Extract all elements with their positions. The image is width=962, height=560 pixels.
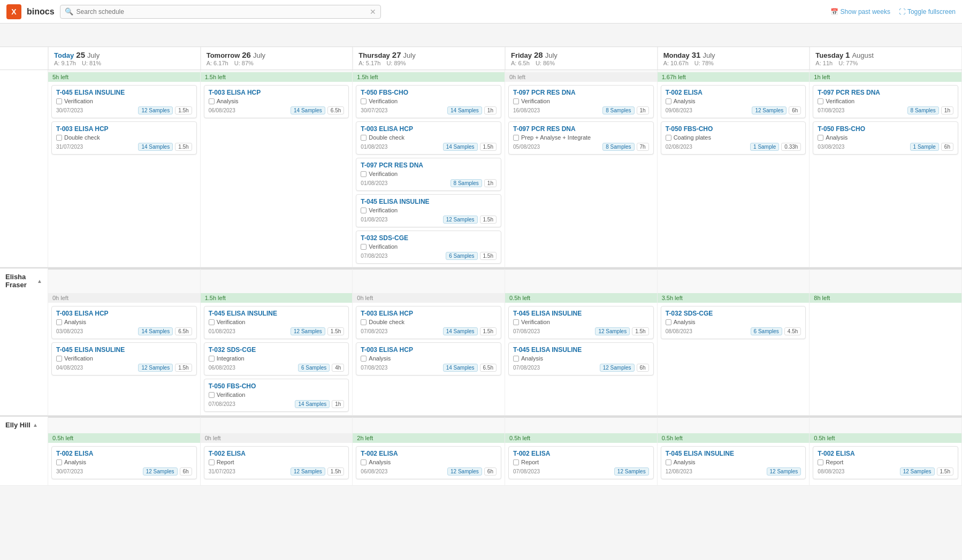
task-card-0-1-0[interactable]: T-003 ELISA HCP Analysis 06/08/2023 14 S… — [204, 85, 349, 118]
task-checkbox-1-1-2[interactable] — [209, 392, 215, 398]
toggle-fullscreen-btn[interactable]: ⛶ Toggle fullscreen — [899, 8, 956, 16]
task-card-0-5-0[interactable]: T-097 PCR RES DNA Verification 07/08/202… — [813, 85, 958, 118]
col-meta-today: A: 9.17h U: 81% — [54, 60, 195, 66]
avail-row-2: 0.5h left0h left2h left0.5h left0.5h lef… — [0, 433, 962, 443]
collapse-icon-1[interactable]: ▲ — [37, 278, 42, 284]
show-past-weeks-btn[interactable]: 📅 Show past weeks — [830, 8, 890, 16]
task-card-2-3-0[interactable]: T-002 ELISA Report 07/08/2023 12 Samples — [508, 446, 654, 479]
task-samples-0-5-1: 1 Sample — [910, 143, 939, 151]
col-title-tue: Tuesday 1 August — [815, 50, 956, 59]
task-checkbox-0-2-4[interactable] — [361, 244, 367, 250]
task-checkbox-0-2-0[interactable] — [361, 98, 367, 104]
task-card-0-2-0[interactable]: T-050 FBS-CHO Verification 30/07/2023 14… — [356, 85, 501, 118]
task-card-1-0-0[interactable]: T-003 ELISA HCP Analysis 03/08/2023 14 S… — [51, 306, 197, 339]
task-checkbox-0-0-1[interactable] — [56, 135, 62, 141]
task-card-1-2-1[interactable]: T-003 ELISA HCP Analysis 07/08/2023 14 S… — [356, 342, 501, 375]
task-samples-0-2-0: 14 Samples — [447, 106, 482, 114]
task-sub-label-0-0-0: Verification — [64, 98, 93, 104]
top-nav: X binocs 🔍 ✕ 📅 Show past weeks ⛶ Toggle … — [0, 0, 962, 24]
task-card-1-3-1[interactable]: T-045 ELISA INSULINE Analysis 07/08/2023… — [508, 342, 654, 375]
task-checkbox-0-1-0[interactable] — [209, 98, 215, 104]
task-checkbox-0-2-2[interactable] — [361, 171, 367, 177]
task-card-0-5-1[interactable]: T-050 FBS-CHO Analysis 03/08/2023 1 Samp… — [813, 121, 958, 155]
task-checkbox-1-0-1[interactable] — [56, 356, 62, 362]
task-checkbox-1-1-0[interactable] — [209, 319, 215, 325]
task-time-1-1-0: 1.5h — [327, 327, 344, 335]
task-card-2-1-0[interactable]: T-002 ELISA Report 31/07/2023 12 Samples… — [204, 446, 349, 479]
task-checkbox-0-0-0[interactable] — [56, 98, 62, 104]
task-checkbox-2-1-0[interactable] — [209, 459, 215, 465]
collapse-icon-2[interactable]: ▲ — [33, 422, 38, 428]
task-card-0-2-1[interactable]: T-003 ELISA HCP Double check 01/08/2023 … — [356, 121, 501, 155]
task-card-0-2-4[interactable]: T-032 SDS-CGE Verification 07/08/2023 6 … — [356, 231, 501, 264]
task-title-0-5-1: T-050 FBS-CHO — [818, 125, 953, 133]
person-label-spacer-2-4 — [658, 417, 810, 433]
task-title-0-4-1: T-050 FBS-CHO — [666, 125, 801, 133]
clear-icon[interactable]: ✕ — [370, 7, 376, 16]
task-checkbox-2-2-0[interactable] — [361, 459, 367, 465]
search-input[interactable] — [77, 8, 367, 16]
task-footer-0-0-1: 31/07/2023 14 Samples 1.5h — [56, 143, 192, 151]
task-checkbox-0-5-1[interactable] — [818, 135, 823, 141]
task-checkbox-0-4-0[interactable] — [666, 98, 671, 104]
task-time-1-3-0: 1.5h — [632, 327, 648, 335]
task-footer-2-5-0: 08/08/2023 12 Samples 1.5h — [818, 467, 953, 475]
task-samples-0-0-1: 14 Samples — [138, 143, 173, 151]
task-card-0-4-1[interactable]: T-050 FBS-CHO Coating plates 02/08/2023 … — [661, 121, 806, 155]
task-checkbox-2-4-0[interactable] — [666, 459, 671, 465]
task-sub-label-2-5-0: Report — [826, 459, 843, 465]
task-card-0-4-0[interactable]: T-002 ELISA Analysis 09/08/2023 12 Sampl… — [661, 85, 806, 118]
task-card-2-5-0[interactable]: T-002 ELISA Report 08/08/2023 12 Samples… — [813, 446, 958, 479]
col-meta-tomorrow: A: 6.17h U: 87% — [207, 60, 347, 66]
avail-bar-0-3: 0h left — [505, 72, 658, 82]
task-checkbox-1-3-1[interactable] — [513, 356, 519, 362]
person-label-2: Elly Hill ▲ — [0, 417, 48, 433]
task-card-1-4-0[interactable]: T-032 SDS-CGE Analysis 08/08/2023 6 Samp… — [661, 306, 806, 339]
task-sub-label-1-2-1: Analysis — [369, 355, 391, 362]
task-checkbox-0-2-1[interactable] — [361, 135, 367, 141]
task-date-0-2-0: 30/07/2023 — [361, 108, 387, 113]
task-card-1-1-2[interactable]: T-050 FBS-CHO Verification 07/08/2023 14… — [204, 379, 349, 412]
task-card-1-0-1[interactable]: T-045 ELISA INSULINE Verification 04/08/… — [51, 342, 197, 375]
task-sub-0-0-1: Double check — [56, 134, 192, 141]
task-card-2-0-0[interactable]: T-002 ELISA Analysis 30/07/2023 12 Sampl… — [51, 446, 197, 479]
task-checkbox-1-2-1[interactable] — [361, 356, 367, 362]
col-day-name-tue: Tuesday — [815, 51, 843, 59]
task-checkbox-2-3-0[interactable] — [513, 459, 519, 465]
task-card-1-2-0[interactable]: T-003 ELISA HCP Double check 07/08/2023 … — [356, 306, 501, 339]
task-card-1-1-1[interactable]: T-032 SDS-CGE Integration 06/08/2023 6 S… — [204, 342, 349, 375]
task-checkbox-0-4-1[interactable] — [666, 135, 671, 141]
task-sub-2-4-0: Analysis — [666, 459, 801, 465]
task-checkbox-1-4-0[interactable] — [666, 319, 671, 325]
task-card-1-1-0[interactable]: T-045 ELISA INSULINE Verification 01/08/… — [204, 306, 349, 339]
task-sub-label-1-4-0: Analysis — [674, 319, 696, 325]
task-checkbox-1-3-0[interactable] — [513, 319, 519, 325]
task-samples-0-2-4: 6 Samples — [446, 252, 477, 260]
task-title-1-0-1: T-045 ELISA INSULINE — [56, 346, 192, 354]
task-checkbox-0-5-0[interactable] — [818, 98, 823, 104]
task-checkbox-2-5-0[interactable] — [818, 459, 823, 465]
task-card-1-3-0[interactable]: T-045 ELISA INSULINE Verification 07/08/… — [508, 306, 654, 339]
task-card-0-3-1[interactable]: T-097 PCR RES DNA Prep + Analyse + Integ… — [508, 121, 654, 155]
task-checkbox-0-3-0[interactable] — [513, 98, 519, 104]
task-card-0-0-0[interactable]: T-045 ELISA INSULINE Verification 30/07/… — [51, 85, 197, 118]
task-checkbox-1-1-1[interactable] — [209, 356, 215, 362]
task-checkbox-1-0-0[interactable] — [56, 319, 62, 325]
task-checkbox-0-3-1[interactable] — [513, 135, 519, 141]
col-util-today: U: 81% — [82, 60, 101, 66]
task-checkbox-1-2-0[interactable] — [361, 319, 367, 325]
task-footer-1-3-0: 07/08/2023 12 Samples 1.5h — [513, 327, 649, 335]
task-card-2-4-0[interactable]: T-045 ELISA INSULINE Analysis 12/08/2023… — [661, 446, 806, 479]
task-card-0-0-1[interactable]: T-003 ELISA HCP Double check 31/07/2023 … — [51, 121, 197, 155]
task-checkbox-0-2-3[interactable] — [361, 208, 367, 213]
task-samples-1-2-1: 14 Samples — [443, 364, 478, 372]
task-card-0-3-0[interactable]: T-097 PCR RES DNA Verification 16/08/202… — [508, 85, 654, 118]
tasks-cell-0-3: T-097 PCR RES DNA Verification 16/08/202… — [505, 82, 658, 267]
task-footer-0-5-0: 07/08/2023 8 Samples 1h — [818, 106, 953, 114]
task-date-0-3-1: 05/08/2023 — [513, 144, 540, 150]
task-checkbox-2-0-0[interactable] — [56, 459, 62, 465]
task-card-2-2-0[interactable]: T-002 ELISA Analysis 06/08/2023 12 Sampl… — [356, 446, 501, 479]
task-card-0-2-2[interactable]: T-097 PCR RES DNA Verification 01/08/202… — [356, 158, 501, 191]
task-card-0-2-3[interactable]: T-045 ELISA INSULINE Verification 01/08/… — [356, 194, 501, 227]
task-samples-0-5-0: 8 Samples — [907, 106, 939, 114]
